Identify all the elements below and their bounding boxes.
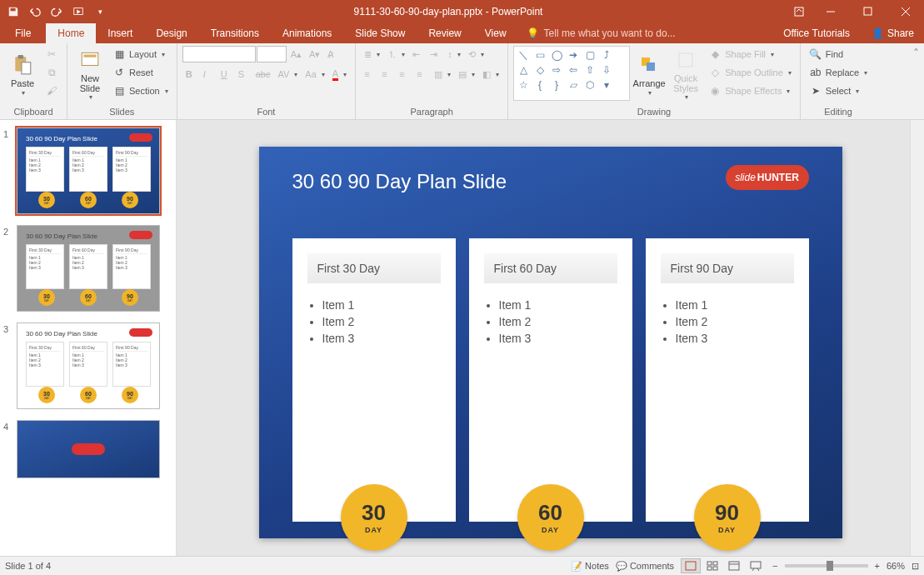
justify-button[interactable]: ≡	[413, 66, 430, 82]
cut-button[interactable]: ✂	[42, 46, 62, 62]
strikethrough-button[interactable]: abc	[252, 66, 274, 82]
shape-line-icon[interactable]: ＼	[516, 48, 531, 62]
shape-arrowu-icon[interactable]: ⇧	[582, 63, 597, 77]
columns-button[interactable]: ▥▾	[431, 66, 454, 82]
fit-to-window-button[interactable]: ⊡	[912, 561, 919, 572]
tell-me[interactable]: 💡Tell me what you want to do...	[518, 23, 684, 43]
tab-review[interactable]: Review	[417, 23, 472, 43]
slide-thumbnail-3[interactable]: 30 60 90 Day Plan Slide First 30 DayItem…	[17, 322, 160, 409]
shape-hex-icon[interactable]: ⬡	[582, 78, 597, 92]
shape-brace2-icon[interactable]: }	[549, 78, 564, 92]
slideshow-view-button[interactable]	[746, 558, 766, 573]
slide-canvas-area[interactable]: 30 60 90 Day Plan Slide slideHUNTER Firs…	[177, 120, 924, 556]
increase-font-button[interactable]: A▴	[287, 46, 305, 62]
shadow-button[interactable]: S	[235, 66, 252, 82]
line-spacing-button[interactable]: ↕▾	[444, 46, 464, 62]
align-left-button[interactable]: ≡	[361, 66, 377, 82]
underline-button[interactable]: U	[217, 66, 234, 82]
slide-thumbnail-1[interactable]: 30 60 90 Day Plan Slide First 30 DayItem…	[17, 128, 160, 214]
shape-more-icon[interactable]: ▾	[599, 78, 614, 92]
slide-counter[interactable]: Slide 1 of 4	[5, 561, 51, 571]
italic-button[interactable]: I	[200, 66, 217, 82]
smartart-button[interactable]: ◧▾	[479, 66, 502, 82]
align-center-button[interactable]: ≡	[378, 66, 395, 82]
tab-file[interactable]: File	[0, 23, 46, 43]
zoom-out-button[interactable]: −	[772, 561, 777, 571]
font-name-input[interactable]	[182, 46, 256, 62]
shape-rect2-icon[interactable]: ▢	[582, 48, 597, 62]
increase-indent-button[interactable]: ⇥	[427, 46, 443, 62]
shape-arrowr-icon[interactable]: ⇨	[549, 63, 564, 77]
char-spacing-button[interactable]: AV▾	[274, 66, 301, 82]
shape-rect-icon[interactable]: ▭	[532, 48, 547, 62]
bullets-button[interactable]: ≣▾	[361, 46, 383, 62]
shape-arrow-icon[interactable]: ➔	[566, 48, 581, 62]
font-color-button[interactable]: A▾	[329, 66, 350, 82]
clear-formatting-button[interactable]: A̷	[324, 46, 341, 62]
qat-customize-icon[interactable]: ▾	[90, 2, 110, 22]
align-text-button[interactable]: ▤▾	[455, 66, 478, 82]
new-slide-button[interactable]: New Slide ▾	[72, 46, 107, 101]
zoom-level[interactable]: 66%	[887, 561, 905, 571]
start-from-beginning-icon[interactable]	[68, 2, 88, 22]
numbering-button[interactable]: ⒈▾	[384, 46, 408, 62]
notes-button[interactable]: 📝 Notes	[571, 561, 609, 572]
replace-button[interactable]: abReplace▾	[806, 64, 871, 81]
tab-slideshow[interactable]: Slide Show	[343, 23, 417, 43]
bold-button[interactable]: B	[182, 66, 199, 82]
tab-transitions[interactable]: Transitions	[199, 23, 271, 43]
close-button[interactable]	[887, 0, 924, 23]
decrease-font-button[interactable]: A▾	[306, 46, 323, 62]
tab-view[interactable]: View	[473, 23, 518, 43]
decrease-indent-button[interactable]: ⇤	[409, 46, 426, 62]
comments-button[interactable]: 💬 Comments	[616, 561, 674, 572]
tab-animations[interactable]: Animations	[271, 23, 343, 43]
align-right-button[interactable]: ≡	[396, 66, 412, 82]
ribbon-display-options-icon[interactable]	[787, 0, 812, 23]
shape-oval-icon[interactable]: ◯	[549, 48, 564, 62]
reset-button[interactable]: ↺Reset	[109, 64, 172, 81]
save-icon[interactable]	[3, 2, 23, 22]
shape-arrowl-icon[interactable]: ⇦	[566, 63, 581, 77]
copy-button[interactable]: ⧉	[42, 64, 62, 81]
section-button[interactable]: ▤Section▾	[109, 82, 172, 99]
slide-sorter-button[interactable]	[702, 558, 722, 573]
format-painter-button[interactable]: 🖌	[42, 82, 62, 99]
shape-arrowd-icon[interactable]: ⇩	[599, 63, 614, 77]
tab-home[interactable]: Home	[46, 23, 96, 43]
share-button[interactable]: 👤Share	[862, 23, 924, 43]
reading-view-button[interactable]	[724, 558, 744, 573]
shape-triangle-icon[interactable]: △	[516, 63, 531, 77]
tab-insert[interactable]: Insert	[96, 23, 144, 43]
arrange-button[interactable]: Arrange ▾	[632, 46, 667, 101]
shape-effects-button[interactable]: ◉Shape Effects▾	[705, 82, 795, 99]
shape-fill-button[interactable]: ◆Shape Fill▾	[705, 46, 795, 62]
redo-icon[interactable]	[47, 2, 67, 22]
select-button[interactable]: ➤Select▾	[806, 82, 871, 99]
shape-callout-icon[interactable]: ▱	[566, 78, 581, 92]
shapes-gallery[interactable]: ＼ ▭ ◯ ➔ ▢ ⤴ △ ◇ ⇨ ⇦ ⇧ ⇩ ☆ { } ▱ ⬡ ▾	[513, 46, 630, 101]
normal-view-button[interactable]	[681, 558, 701, 573]
shape-diamond-icon[interactable]: ◇	[532, 63, 547, 77]
minimize-button[interactable]	[812, 0, 849, 23]
slide-thumbnails-pane[interactable]: 1 30 60 90 Day Plan Slide First 30 DayIt…	[0, 120, 177, 556]
layout-button[interactable]: ▦Layout▾	[109, 46, 172, 62]
zoom-in-button[interactable]: +	[875, 561, 880, 571]
find-button[interactable]: 🔍Find	[806, 46, 871, 62]
zoom-slider[interactable]	[785, 564, 868, 568]
maximize-button[interactable]	[849, 0, 887, 23]
shape-outline-button[interactable]: ◇Shape Outline▾	[705, 64, 795, 81]
paste-button[interactable]: Paste ▾	[5, 46, 40, 101]
change-case-button[interactable]: Aa▾	[302, 66, 327, 82]
zoom-thumb[interactable]	[827, 561, 833, 571]
tab-office-tutorials[interactable]: Office Tutorials	[772, 23, 862, 43]
vertical-scrollbar[interactable]	[910, 120, 924, 556]
shape-brace-icon[interactable]: {	[532, 78, 547, 92]
shape-star-icon[interactable]: ☆	[516, 78, 531, 92]
collapse-ribbon-icon[interactable]: ˄	[908, 43, 924, 119]
slide[interactable]: 30 60 90 Day Plan Slide slideHUNTER Firs…	[259, 147, 842, 538]
text-direction-button[interactable]: ⟲▾	[465, 46, 487, 62]
font-size-input[interactable]	[257, 46, 287, 62]
tab-design[interactable]: Design	[144, 23, 198, 43]
slide-thumbnail-2[interactable]: 30 60 90 Day Plan Slide First 30 DayItem…	[17, 225, 160, 312]
